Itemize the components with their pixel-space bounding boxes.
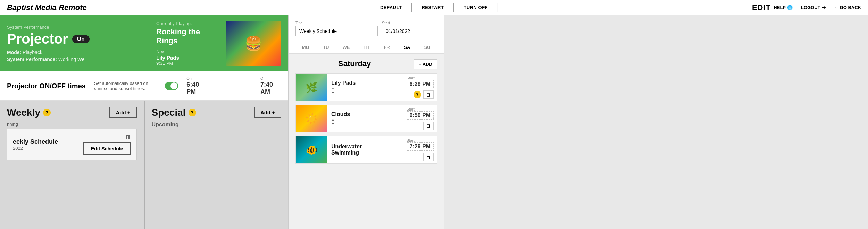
- currently-playing-title: Rocking the Rings: [156, 27, 219, 45]
- lily-pads-thumbnail: 🌿: [296, 73, 327, 101]
- lily-pads-actions: Start 6:29 PM ? 🗑: [403, 73, 437, 101]
- mode-label: Mode:: [7, 50, 21, 55]
- currently-playing-label: Currently Playing:: [156, 21, 219, 26]
- lily-pads-controls: ? 🗑: [414, 90, 434, 99]
- weekly-header: Weekly ? Add +: [7, 107, 137, 118]
- off-time-value: 7:40 AM: [260, 81, 281, 96]
- lily-pads-info: Lily Pads ▲ ▼: [327, 77, 403, 97]
- sys-perf-status-value: Working Well: [58, 56, 87, 62]
- title-field-label: Title: [295, 21, 378, 25]
- tab-monday[interactable]: MO: [295, 42, 316, 53]
- lily-pads-help-icon[interactable]: ?: [414, 91, 421, 98]
- upcoming-label: Upcoming: [152, 122, 282, 128]
- weekly-add-button[interactable]: Add +: [109, 107, 136, 118]
- tab-tuesday[interactable]: TU: [316, 42, 336, 53]
- clouds-thumbnail: ☀️: [296, 105, 327, 132]
- clouds-name: Clouds: [331, 111, 399, 117]
- lily-pads-delete-button[interactable]: 🗑: [423, 90, 434, 99]
- clouds-delete-button[interactable]: 🗑: [423, 122, 434, 130]
- projector-info: System Performance Projector On Mode: Pl…: [7, 25, 149, 62]
- edit-fields-row: Title Start: [295, 21, 437, 36]
- underwater-controls: 🗑: [423, 153, 434, 161]
- weekly-help-icon[interactable]: ?: [43, 109, 51, 116]
- back-arrow-icon: ←: [834, 5, 838, 10]
- auto-set-label: Set automatically based on sunrise and s…: [94, 81, 157, 91]
- tab-sunday[interactable]: SU: [417, 42, 437, 53]
- off-label: Off: [260, 76, 281, 80]
- tab-saturday[interactable]: SA: [397, 42, 417, 53]
- mode-value: Playback: [23, 50, 42, 55]
- underwater-name-2: Swimming: [331, 150, 399, 156]
- clouds-controls: 🗑: [423, 122, 434, 130]
- edit-day-title-spacer: Saturday: [295, 59, 414, 69]
- add-button-row: Saturday + ADD: [295, 59, 437, 69]
- currently-playing-section: Currently Playing: Rocking the Rings Nex…: [149, 21, 226, 66]
- logout-button[interactable]: LOGOUT ➡: [801, 5, 826, 10]
- projector-title: Projector: [7, 31, 68, 47]
- weekly-item-info: eekly Schedule 2022: [13, 138, 58, 151]
- mode-text: Mode: Playback: [7, 50, 149, 55]
- weekly-title: Weekly: [7, 107, 40, 118]
- underwater-start-time[interactable]: 7:29 PM: [407, 142, 434, 151]
- tab-friday[interactable]: FR: [377, 42, 397, 53]
- underwater-info: Underwater Swimming: [327, 141, 403, 159]
- on-time-section: On 6:40 PM: [186, 76, 207, 96]
- restart-button[interactable]: RESTART: [411, 3, 453, 12]
- nav-right: HELP 🌐 LOGOUT ➡ ← GO BACK EDIT: [774, 5, 861, 10]
- tab-thursday[interactable]: TH: [356, 42, 376, 53]
- start-field: Start: [382, 21, 437, 36]
- underwater-name-1: Underwater: [331, 143, 399, 150]
- special-column: Special ? Add + Upcoming: [145, 101, 289, 229]
- on-time-value: 6:40 PM: [186, 81, 207, 96]
- title-field: Title: [295, 21, 378, 36]
- underwater-thumbnail: 🐠: [296, 136, 327, 164]
- projector-times-panel: Projector ON/OFF times Set automatically…: [0, 71, 288, 101]
- projector-times-title: Projector ON/OFF times: [7, 82, 86, 90]
- go-back-label: GO BACK: [840, 5, 861, 10]
- help-button[interactable]: HELP 🌐: [774, 5, 793, 10]
- down-arrow-icon[interactable]: ▼: [331, 122, 399, 126]
- off-time-section: Off 7:40 AM: [260, 76, 281, 96]
- auto-set-toggle[interactable]: [165, 82, 178, 90]
- running-text: nning: [7, 122, 18, 127]
- weekly-item-trash-icon[interactable]: 🗑: [125, 134, 131, 140]
- up-arrow-icon[interactable]: ▲: [331, 117, 399, 121]
- add-item-button[interactable]: + ADD: [414, 59, 437, 69]
- special-help-icon[interactable]: ?: [189, 109, 196, 116]
- edit-body: Saturday + ADD 🌿 Lily Pads ▲ ▼ Start 6:2…: [289, 54, 444, 229]
- projector-title-row: Projector On: [7, 31, 149, 47]
- special-add-button[interactable]: Add +: [254, 107, 281, 118]
- turn-off-button[interactable]: TURN OFF: [453, 3, 498, 12]
- help-icon: 🌐: [787, 5, 793, 10]
- sys-perf-status-label: System Performance:: [7, 56, 57, 62]
- lily-pads-start-time[interactable]: 6:29 PM: [407, 80, 434, 88]
- weekly-item-actions: 🗑 Edit Schedule: [83, 134, 131, 155]
- start-field-label: Start: [382, 21, 437, 25]
- projector-status-badge: On: [72, 35, 90, 43]
- next-time: 9:31 PM: [156, 61, 219, 66]
- lily-pads-order-arrows[interactable]: ▲ ▼: [331, 86, 399, 95]
- next-title: Lily Pads: [156, 55, 219, 61]
- edit-item-underwater: 🐠 Underwater Swimming Start 7:29 PM 🗑: [295, 136, 437, 164]
- default-button[interactable]: DEFAULT: [370, 3, 411, 12]
- lily-pads-name: Lily Pads: [331, 80, 399, 86]
- edit-item-clouds: ☀️ Clouds ▲ ▼ Start 6:59 PM 🗑: [295, 105, 437, 132]
- up-arrow-icon[interactable]: ▲: [331, 86, 399, 90]
- title-input[interactable]: [295, 26, 378, 36]
- down-arrow-icon[interactable]: ▼: [331, 91, 399, 95]
- edit-schedule-button[interactable]: Edit Schedule: [83, 142, 131, 155]
- underwater-delete-button[interactable]: 🗑: [423, 153, 434, 161]
- start-input[interactable]: [382, 26, 437, 36]
- edit-panel-heading: EDIT: [752, 3, 771, 12]
- weekly-column: Weekly ? Add + nning eekly Schedule 2022…: [0, 101, 145, 229]
- tab-wednesday[interactable]: WE: [336, 42, 356, 53]
- clouds-order-arrows[interactable]: ▲ ▼: [331, 117, 399, 126]
- clouds-actions: Start 6:59 PM 🗑: [403, 105, 437, 132]
- clouds-start-time[interactable]: 6:59 PM: [407, 111, 434, 120]
- now-playing-thumbnail: 🍔: [226, 21, 281, 66]
- sys-perf-status: System Performance: Working Well: [7, 56, 149, 62]
- lily-pads-start-section: Start 6:29 PM: [407, 76, 434, 88]
- go-back-button[interactable]: ← GO BACK: [834, 5, 861, 10]
- top-nav: Baptist Media Remote DEFAULT RESTART TUR…: [0, 0, 868, 15]
- help-label: HELP: [774, 5, 786, 10]
